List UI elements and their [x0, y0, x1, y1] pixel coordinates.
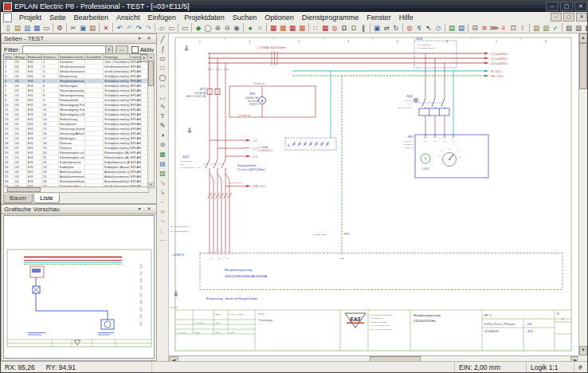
messages-icon[interactable]: ! [518, 23, 527, 33]
grid-2-icon[interactable]: ▦ [278, 23, 288, 33]
save-icon[interactable]: ▥ [22, 23, 32, 33]
center-snap-icon[interactable]: ◎ [330, 23, 339, 33]
mirror-icon[interactable]: ⇄ [382, 23, 391, 33]
menu-hilfe[interactable]: Hilfe [395, 14, 417, 22]
point-tool-icon[interactable]: ⊙ [158, 140, 167, 150]
snap-grid-icon[interactable]: ∷ [311, 23, 320, 33]
reports-update-icon[interactable]: ▥ [541, 23, 551, 33]
previous-page-icon[interactable]: ● [245, 23, 255, 33]
canvas-vertical-scrollbar[interactable]: ▲ ▼ [578, 33, 587, 355]
pages-scroll-thumb[interactable] [148, 61, 154, 86]
next-page-icon[interactable]: ○ [255, 23, 265, 33]
pages-vertical-scrollbar[interactable]: ▲ ▼ [147, 53, 155, 188]
insert-image-icon[interactable]: ▤ [447, 23, 457, 33]
delete-icon[interactable]: ✕ [101, 23, 111, 33]
parallel-icon[interactable]: ∥ [359, 23, 368, 33]
scroll-down-icon[interactable]: ▼ [148, 182, 154, 187]
open-project-icon[interactable]: ▤ [13, 23, 22, 33]
arc-tool-icon[interactable]: ◠ [158, 83, 167, 92]
dim-tool-icon[interactable]: ↘ [158, 179, 167, 188]
close-button[interactable]: ✕ [574, 2, 587, 11]
spline-tool-icon[interactable]: ∿ [158, 102, 167, 112]
scroll-up-icon[interactable]: ▲ [148, 54, 154, 60]
select-frame-icon[interactable]: ▣ [372, 23, 382, 33]
child-window-icon[interactable] [3, 13, 12, 22]
plc-navigator-icon[interactable]: ⋙ [489, 23, 499, 33]
new-page-icon[interactable]: ▯ [3, 23, 13, 33]
pages-horizontal-scrollbar[interactable] [3, 186, 149, 193]
pages-hscroll-thumb[interactable] [7, 187, 41, 192]
minimize-button[interactable]: – [546, 2, 559, 11]
dim5-tool-icon[interactable]: ¬ [158, 217, 167, 226]
aktiv-checkbox[interactable] [131, 46, 139, 53]
paste-icon[interactable]: ▤ [88, 23, 97, 33]
child-close-button[interactable]: ✕ [576, 13, 587, 22]
lasso-icon[interactable]: ◇ [433, 23, 443, 33]
tab-liste[interactable]: Liste [33, 194, 60, 203]
preview-close-button[interactable]: ✕ [144, 205, 154, 214]
maximize-button[interactable]: ▢ [560, 2, 573, 11]
sector-tool-icon[interactable]: ◑ [158, 131, 167, 140]
dim4-tool-icon[interactable]: ≍ [158, 207, 167, 217]
preview-panel-header[interactable]: Grafische Vorschau ▾ ✕ [2, 205, 156, 214]
image-tool-icon[interactable]: ▦ [158, 150, 167, 159]
hyperlink-tool-icon[interactable]: ▤ [158, 159, 167, 169]
copy-icon[interactable]: ▣ [78, 23, 88, 33]
circle-tool-icon[interactable]: ◯ [158, 73, 167, 83]
grid-1-icon[interactable]: ▦ [269, 23, 278, 33]
nav-1-icon[interactable]: ▧ [564, 23, 574, 33]
cable-navigator-icon[interactable]: ≡ [499, 23, 508, 33]
chevron-down-icon[interactable]: ▾ [105, 46, 112, 53]
nav-2-icon[interactable]: ▨ [574, 23, 583, 33]
menu-einfgen[interactable]: Einfügen [144, 14, 181, 22]
connections-icon[interactable]: ⊡ [508, 23, 518, 33]
menu-fenster[interactable]: Fenster [363, 14, 395, 22]
print-icon[interactable]: ▭ [41, 23, 51, 33]
new-window-icon[interactable]: ▭ [180, 23, 190, 33]
potential-arrow-icon[interactable]: ↯ [414, 23, 424, 33]
pages-panel-close-button[interactable]: ✕ [144, 34, 154, 43]
redo-icon[interactable]: ↷ [134, 23, 143, 33]
angle-tool-icon[interactable]: ∟ [158, 226, 167, 236]
device-navigator-icon[interactable]: ⊟ [470, 23, 480, 33]
text-tool-icon[interactable]: T [158, 112, 167, 121]
pen-tool-icon[interactable]: ✎ [158, 121, 167, 131]
menu-projekt[interactable]: Projekt [15, 14, 45, 22]
zoom-in-icon[interactable]: ⊕ [213, 23, 222, 33]
arc2-tool-icon[interactable]: ◡ [158, 92, 167, 102]
grid-4-icon[interactable]: ▦ [297, 23, 307, 33]
title-bar[interactable]: EPLAN Electric P8 - Professional - TEST … [1, 1, 588, 12]
pages-panel-pin-button[interactable]: ▾ [135, 34, 144, 43]
menu-suchen[interactable]: Suchen [229, 14, 261, 22]
child-minimize-button[interactable]: – [551, 13, 562, 22]
page-macro-icon[interactable]: ▱ [157, 23, 167, 33]
window-macro-icon[interactable]: ▭ [167, 23, 176, 33]
cut-icon[interactable]: ✂ [69, 23, 78, 33]
insert-link-icon[interactable]: ▤ [457, 23, 466, 33]
menu-bearbeiten[interactable]: Bearbeiten [70, 14, 113, 22]
square-tool-icon[interactable]: □ [158, 64, 167, 73]
zoom-page-icon[interactable]: ◉ [232, 23, 241, 33]
line-tool-icon[interactable]: ╱ [158, 35, 167, 45]
redo-history-icon[interactable]: ↷ [143, 23, 153, 33]
more-tools-icon[interactable]: ⋯ [158, 236, 167, 245]
connect-icon[interactable]: ◆ [194, 23, 203, 33]
drawing-canvas[interactable]: 1 2 3 4 5 6 7 8 L [169, 33, 580, 355]
undo-icon[interactable]: ↶ [115, 23, 124, 33]
grid-on-icon[interactable]: ▦ [320, 23, 330, 33]
polyline-tool-icon[interactable]: ∫ [158, 45, 167, 54]
pointer-icon[interactable]: ↖ [424, 23, 433, 33]
omega-edit-icon[interactable]: Ω [349, 23, 359, 33]
omega-symbol-icon[interactable]: Ω [339, 23, 349, 33]
scroll-down-icon[interactable]: ▼ [579, 346, 587, 355]
pages-panel-header[interactable]: Seiten - TEST ▾ ✕ [2, 34, 156, 44]
menu-ansicht[interactable]: Ansicht [112, 14, 144, 22]
terminal-navigator-icon[interactable]: ≋ [480, 23, 489, 33]
child-restore-button[interactable]: ▢ [563, 13, 574, 22]
canvas-vscroll-thumb[interactable] [579, 43, 587, 89]
zoom-out-icon[interactable]: ⊖ [222, 23, 232, 33]
dim3-tool-icon[interactable]: − [158, 198, 167, 207]
menu-projektdaten[interactable]: Projektdaten [180, 14, 229, 22]
scroll-up-icon[interactable]: ▲ [579, 33, 587, 43]
check-project-icon[interactable]: ✓ [551, 23, 560, 33]
